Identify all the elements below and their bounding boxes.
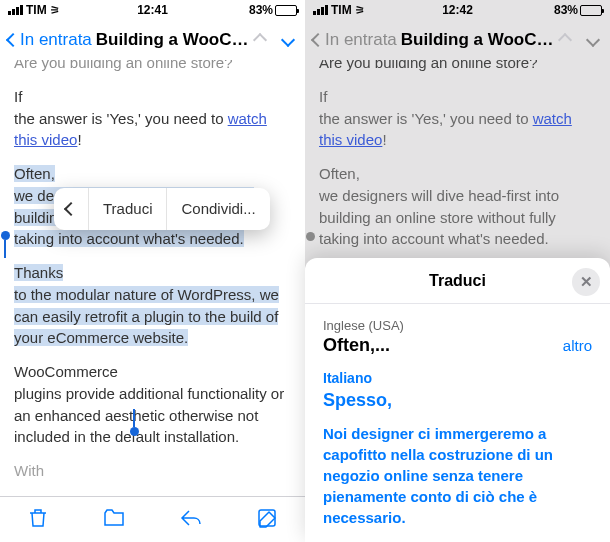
status-bar: TIM ⚞ 12:41 83% (0, 0, 305, 20)
body-text: the answer is 'Yes,' you need to (14, 110, 228, 127)
prev-message-button[interactable] (253, 33, 267, 47)
context-menu: Traduci Condividi... (54, 188, 270, 230)
signal-icon (313, 5, 328, 15)
more-button[interactable]: altro (563, 337, 592, 354)
page-title: Building a WooCo... (401, 30, 556, 50)
selection-handle-end[interactable] (130, 427, 139, 436)
chevron-left-icon (311, 33, 325, 47)
reply-icon (179, 506, 203, 530)
target-lang-label: Italiano (323, 370, 592, 386)
reply-button[interactable] (179, 506, 203, 534)
translate-button[interactable]: Traduci (88, 188, 166, 230)
trash-icon (26, 506, 50, 530)
folder-icon (102, 506, 126, 530)
clock: 12:41 (137, 3, 168, 17)
sheet-body: Inglese (USA) Often,... altro Italiano S… (305, 304, 610, 542)
next-message-button[interactable] (281, 33, 295, 47)
bottom-toolbar (0, 496, 305, 542)
nav-bar: In entrata Building a WooCo... (0, 20, 305, 60)
body-text: the answer is 'Yes,' you need to (319, 110, 533, 127)
close-icon: ✕ (580, 273, 593, 291)
svg-rect-0 (259, 510, 275, 526)
source-lang-label: Inglese (USA) (323, 318, 592, 333)
selection-caret (4, 240, 6, 258)
nav-bar: In entrata Building a WooCo... (305, 20, 610, 60)
body-text: ! (77, 131, 81, 148)
mail-screen-right: TIM ⚞ 12:42 83% In entrata Building a Wo… (305, 0, 610, 542)
sheet-header: Traduci ✕ (305, 258, 610, 304)
prev-message-button[interactable] (558, 33, 572, 47)
selected-text[interactable]: Thanks to the modular nature of WordPres… (14, 264, 279, 346)
selection-caret (133, 409, 135, 427)
body-line: Are you building an online store? (319, 60, 596, 74)
body-line: Are you building an online store? (14, 60, 291, 74)
translate-sheet: Traduci ✕ Inglese (USA) Often,... altro … (305, 258, 610, 542)
body-text: Often, (319, 165, 360, 182)
clock: 12:42 (442, 3, 473, 17)
body-text: If (319, 88, 327, 105)
battery-indicator: 83% (249, 3, 297, 17)
trash-button[interactable] (26, 506, 50, 534)
compose-icon (255, 506, 279, 530)
back-label: In entrata (20, 30, 92, 50)
body-text: WooCommerce (14, 363, 118, 380)
chevron-left-icon (6, 33, 20, 47)
context-menu-prev[interactable] (54, 204, 88, 214)
body-text: we designers will dive head-first into b… (319, 187, 559, 248)
close-button[interactable]: ✕ (572, 268, 600, 296)
watch-link[interactable]: watch (533, 110, 572, 127)
compose-button[interactable] (255, 506, 279, 534)
selection-handle-start[interactable] (1, 231, 10, 240)
video-link[interactable]: this video (319, 131, 382, 148)
source-text: Often,... (323, 335, 390, 356)
message-body[interactable]: Are you building an online store? If the… (0, 60, 305, 496)
next-message-button[interactable] (586, 33, 600, 47)
page-title: Building a WooCo... (96, 30, 251, 50)
translation-text: Noi designer ci immergeremo a capofitto … (323, 423, 592, 528)
back-button[interactable]: In entrata (313, 30, 397, 50)
chevron-left-icon (64, 202, 78, 216)
body-line: With (14, 460, 291, 482)
folder-button[interactable] (102, 506, 126, 534)
battery-percent: 83% (249, 3, 273, 17)
back-button[interactable]: In entrata (8, 30, 92, 50)
battery-indicator: 83% (554, 3, 602, 17)
signal-icon (8, 5, 23, 15)
body-text: ! (382, 131, 386, 148)
body-text: plugins provide additional functionality… (14, 385, 284, 446)
carrier-label: TIM (331, 3, 352, 17)
battery-percent: 83% (554, 3, 578, 17)
watch-link[interactable]: watch (228, 110, 267, 127)
body-text: If (14, 88, 22, 105)
status-bar: TIM ⚞ 12:42 83% (305, 0, 610, 20)
carrier-label: TIM (26, 3, 47, 17)
sheet-title: Traduci (429, 272, 486, 290)
wifi-icon: ⚞ (355, 4, 365, 17)
back-label: In entrata (325, 30, 397, 50)
target-word: Spesso, (323, 390, 592, 411)
mail-screen-left: TIM ⚞ 12:41 83% In entrata Building a Wo… (0, 0, 305, 542)
share-button[interactable]: Condividi... (166, 188, 269, 230)
wifi-icon: ⚞ (50, 4, 60, 17)
video-link[interactable]: this video (14, 131, 77, 148)
selection-handle-start (306, 232, 315, 241)
